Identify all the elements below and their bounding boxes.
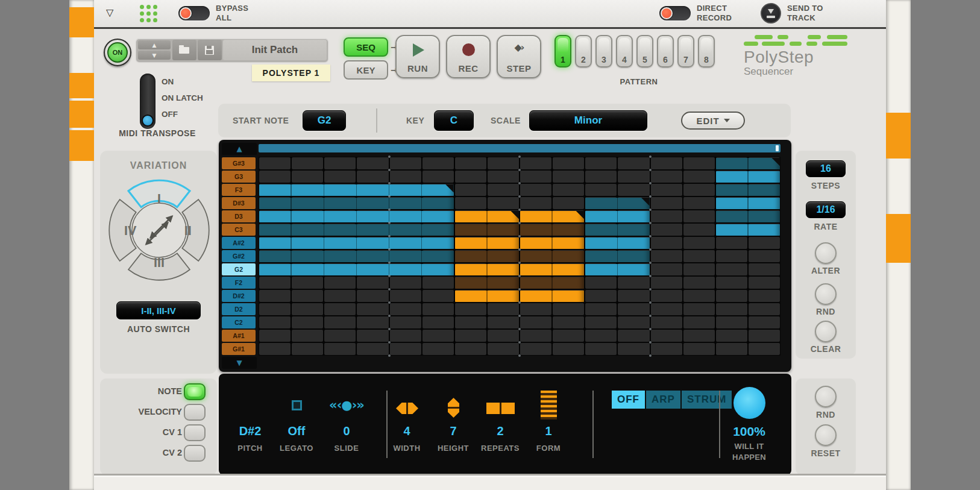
grid-cell[interactable] [749,303,780,315]
grid-cell[interactable] [390,316,421,328]
grid-cell[interactable] [716,330,747,342]
grid-cell[interactable] [488,171,519,183]
grid-cell[interactable] [357,290,388,302]
grid-cell[interactable] [683,290,715,302]
steps-display[interactable]: 16 [806,160,846,177]
grid-cell[interactable] [422,330,454,342]
repeats-value[interactable]: 2 [475,424,526,438]
edit-target-button-velocity[interactable] [184,404,206,421]
grid-cell[interactable] [716,263,747,275]
grid-cell[interactable] [488,157,519,169]
grid-cell[interactable] [683,277,715,289]
patch-name[interactable]: Init Patch [223,40,327,60]
grid-cell[interactable] [716,316,747,328]
grid-cell[interactable] [553,157,584,169]
run-button[interactable]: RUN [395,35,440,78]
grid-cell[interactable] [585,343,617,355]
grid-cell[interactable] [683,330,715,342]
grid-cell[interactable] [390,303,421,315]
direct-record-toggle-knob[interactable] [661,7,673,19]
grid-cell[interactable] [651,250,682,262]
grid-cell[interactable] [618,184,649,196]
grid-cell[interactable] [716,290,747,302]
grid-cell[interactable] [618,330,649,342]
grid-cell[interactable] [259,330,291,342]
key-display[interactable]: C [434,110,474,131]
row-label-F3[interactable]: F3 [222,184,256,196]
grid-cell[interactable] [422,157,454,169]
grid-cell[interactable] [292,343,323,355]
grid-cell[interactable] [488,343,519,355]
rnd-button[interactable] [815,283,837,305]
grid-cell[interactable] [520,343,551,355]
grid-cell[interactable] [553,316,584,328]
width-value[interactable]: 4 [382,424,432,438]
auto-switch-display[interactable]: I-II, III-IV [116,301,201,319]
grid-cell[interactable] [324,303,356,315]
grid-cell[interactable] [683,343,715,355]
grid-cell[interactable] [422,171,454,183]
grid-cell[interactable] [455,343,486,355]
grid-cell[interactable] [683,197,715,209]
grid-cell[interactable] [585,157,617,169]
grid-cell[interactable] [585,303,617,315]
pattern-button-7[interactable]: 7 [677,35,694,68]
row-label-G#2[interactable]: G#2 [222,250,256,262]
edit-menu-button[interactable]: EDIT [681,112,745,130]
reset-button[interactable] [815,424,837,446]
grid-cell[interactable] [683,263,715,275]
grid-cell[interactable] [488,303,519,315]
slide-value[interactable]: 0 [321,424,372,438]
edit-target-button-cv-1[interactable] [184,424,206,441]
grid-cell[interactable] [324,343,356,355]
grid-cell[interactable] [520,316,551,328]
grid-cell[interactable] [292,171,323,183]
grid-cell[interactable] [324,316,356,328]
start-note-display[interactable]: G2 [303,110,346,131]
grid-cell[interactable] [651,157,682,169]
grid-cell[interactable] [683,210,715,222]
grid-cell[interactable] [422,343,454,355]
grid-cell[interactable] [357,171,388,183]
grid-cell[interactable] [683,157,715,169]
grid-cell[interactable] [749,277,780,289]
pattern-button-5[interactable]: 5 [636,35,653,68]
grid-cell[interactable] [390,171,421,183]
grid-cell[interactable] [324,277,356,289]
pattern-button-3[interactable]: 3 [595,35,612,68]
step-button[interactable]: ◆› STEP [497,35,541,78]
play-mode-arp[interactable]: ARP [646,391,680,409]
grid-cell[interactable] [651,197,682,209]
row-label-G#1[interactable]: G#1 [222,343,256,355]
pattern-button-2[interactable]: 2 [575,35,592,68]
row-label-C2[interactable]: C2 [222,316,256,328]
grid-cell[interactable] [422,277,454,289]
grid-cell[interactable] [651,290,682,302]
grid-cell[interactable] [618,157,649,169]
grid-cell[interactable] [488,197,519,209]
grid-cell[interactable] [716,250,747,262]
grid-cell[interactable] [488,330,519,342]
grid-cell[interactable] [683,237,715,249]
grid-cell[interactable] [357,157,388,169]
grid-cell[interactable] [422,303,454,315]
grid-cell[interactable] [716,343,747,355]
grid-cell[interactable] [455,303,486,315]
grid-cell[interactable] [749,343,780,355]
bypass-toggle-knob[interactable] [180,7,192,19]
grid-cell[interactable] [749,237,780,249]
grid-cell[interactable] [651,224,682,236]
form-value[interactable]: 1 [523,424,574,438]
grid-cell[interactable] [390,290,421,302]
patch-browse-button[interactable] [172,40,196,60]
grid-cell[interactable] [553,343,584,355]
seq-mode-button[interactable]: SEQ [344,37,388,57]
grid-cell[interactable] [357,343,388,355]
grid-cell[interactable] [683,303,715,315]
grid-cell[interactable] [324,330,356,342]
play-mode-off[interactable]: OFF [612,391,645,409]
grid-cell[interactable] [618,316,649,328]
patch-down-button[interactable]: ▼ [138,51,171,60]
grid-cell[interactable] [651,210,682,222]
grid-cell[interactable] [618,277,649,289]
